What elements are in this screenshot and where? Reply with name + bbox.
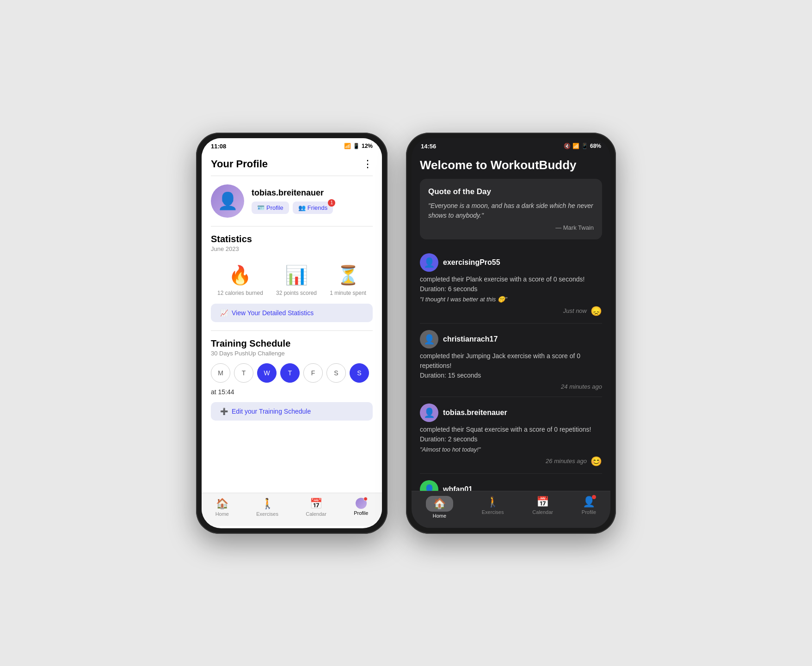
nav-dark-profile-label: Profile [582,509,596,515]
activity-time-2: 24 minutes ago [561,383,602,390]
activity-header-3: 👤 tobias.breitenauer [420,403,602,422]
signal-icon-dark: 📱 [581,143,588,149]
activity-time-1: Just now [563,307,587,314]
menu-button[interactable]: ⋮ [363,158,373,170]
status-bar-dark: 14:56 🔇 📶 📱 68% [412,138,610,152]
home-indicator-light [202,526,382,528]
profile-nav-avatar [356,498,367,509]
welcome-title: Welcome to WorkoutBuddy [420,152,602,179]
calendar-dark-icon: 📅 [536,496,549,508]
wifi-icon-dark: 📶 [572,143,579,149]
signal-icon: 📱 [353,143,360,149]
stats-btn-icon: 📈 [220,309,228,317]
quote-title: Quote of the Day [428,187,594,196]
avatar-4: 👤 [420,480,438,491]
avatar-icon: 👤 [217,191,238,211]
avatar-2: 👤 [420,330,438,348]
days-row: M T W T F S S [211,363,373,383]
training-time: at 15:44 [211,388,373,396]
emoji-1: 😞 [591,306,602,317]
stat-points: 📊 32 points scored [276,264,317,296]
battery-light: 12% [362,143,373,149]
page-title: Your Profile [211,158,268,170]
activity-header-4: 👤 wbfan01 [420,480,602,491]
emoji-3: 😊 [591,456,602,467]
bottom-nav-light: 🏠 Home 🚶 Exercises 📅 Calendar Profi [202,493,382,526]
activity-text-1: completed their Plank exercise with a sc… [420,275,602,294]
home-dark-icon: 🏠 [433,498,446,509]
avatar: 👤 [211,184,244,218]
activity-footer-3: 26 minutes ago 😊 [420,456,602,467]
day-T2[interactable]: T [280,363,300,383]
day-M[interactable]: M [211,363,230,383]
activity-text-2: completed their Jumping Jack exercise wi… [420,351,602,380]
activity-footer-1: Just now 😞 [420,306,602,317]
time-light: 11:08 [211,143,226,150]
quote-text: "Everyone is a moon, and has a dark side… [428,201,594,220]
username-2: christianrach17 [443,335,498,343]
training-section: Training Schedule 30 Days PushUp Challen… [211,331,373,428]
stats-title: Statistics [211,234,373,244]
user-section: 👤 tobias.breitenauer 🪪 Profile 👥 [211,176,373,226]
username-3: tobias.breitenauer [443,409,507,417]
user-actions: 🪪 Profile 👥 Friends 1 [252,202,373,214]
nav-dark-exercises[interactable]: 🚶 Exercises [482,496,504,519]
quote-author: — Mark Twain [428,224,594,231]
activity-1: 👤 exercisingPro55 completed their Plank … [420,247,602,324]
exercises-icon: 🚶 [261,498,274,510]
activity-header-2: 👤 christianrach17 [420,330,602,348]
username-4: wbfan01 [443,485,473,491]
stat-time: ⏳ 1 minute spent [330,264,366,296]
user-info: tobias.breitenauer 🪪 Profile 👥 Friends 1 [252,188,373,214]
activity-quote-1: "I thought I was better at this 🤫" [420,296,602,303]
day-F[interactable]: F [303,363,323,383]
edit-schedule-button[interactable]: ➕ Edit your Training Schedule [211,402,373,421]
wifi-icon: 📶 [344,143,351,149]
friends-btn-icon: 👥 [298,204,306,211]
nav-profile-label: Profile [354,510,368,516]
nav-home[interactable]: 🏠 Home [215,498,229,517]
avatar-3: 👤 [420,403,438,422]
day-T1[interactable]: T [234,363,253,383]
profile-nav-dot [363,497,368,501]
activity-time-3: 26 minutes ago [546,458,587,464]
home-indicator-dark [412,528,610,528]
activity-quote-3: "Almost too hot today!" [420,446,602,453]
stat-calories: 🔥 12 calories burned [217,264,263,296]
calories-label: 12 calories burned [217,290,263,296]
home-icon: 🏠 [216,498,228,510]
light-scroll: Your Profile ⋮ 👤 tobias.breitenauer [202,152,382,493]
profile-btn-icon: 🪪 [257,204,265,211]
activity-4: 👤 wbfan01 completed their Jumping Jack e… [420,474,602,491]
nav-dark-calendar-label: Calendar [532,509,553,515]
profile-button[interactable]: 🪪 Profile [252,202,289,214]
profile-header: Your Profile ⋮ [211,152,373,176]
bottom-nav-dark: 🏠 Home 🚶 Exercises 📅 Calendar 👤 [412,491,610,528]
friends-button[interactable]: 👥 Friends 1 [293,202,333,214]
nav-dark-calendar[interactable]: 📅 Calendar [532,496,553,519]
training-challenge: 30 Days PushUp Challenge [211,350,373,357]
avatar-1: 👤 [420,253,438,272]
nav-profile[interactable]: Profile [354,498,368,517]
phone-left: 11:08 📶 📱 12% Your Profile ⋮ [196,133,388,534]
day-W[interactable]: W [257,363,277,383]
status-icons-dark: 🔇 📶 📱 68% [564,143,601,149]
battery-dark: 68% [590,143,601,149]
mute-icon: 🔇 [564,143,571,149]
view-stats-button[interactable]: 📈 View Your Detailed Statistics [211,304,373,322]
activity-3: 👤 tobias.breitenauer completed their Squ… [420,397,602,474]
day-S1[interactable]: S [326,363,346,383]
hourglass-icon: ⏳ [337,264,360,286]
nav-calendar[interactable]: 📅 Calendar [306,498,326,517]
chart-icon: 📊 [285,264,308,286]
home-active-bg: 🏠 [426,496,453,512]
nav-dark-home-label: Home [433,513,446,519]
nav-exercises[interactable]: 🚶 Exercises [256,498,278,517]
nav-dark-home[interactable]: 🏠 Home [426,496,453,519]
day-S2[interactable]: S [350,363,369,383]
activity-header-1: 👤 exercisingPro55 [420,253,602,272]
edit-schedule-icon: ➕ [220,408,228,415]
stats-subtitle: June 2023 [211,245,373,252]
nav-dark-profile[interactable]: 👤 Profile [582,496,596,519]
dark-scroll: Welcome to WorkoutBuddy Quote of the Day… [412,152,610,491]
